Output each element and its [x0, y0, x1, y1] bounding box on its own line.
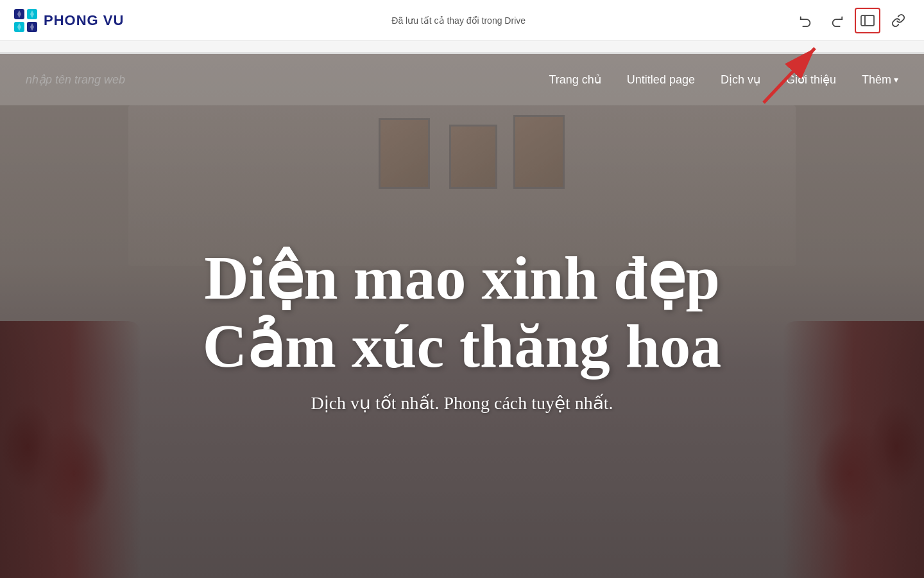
hero-content: Diện mao xinh đẹp Cảm xúc thăng hoa Dịch…	[0, 54, 924, 578]
hero-title-line1: Diện mao xinh đẹp	[203, 244, 721, 312]
ruler-marks: // inline ruler ticks via SVG	[0, 41, 924, 54]
toolbar-right	[793, 8, 911, 33]
logo[interactable]: PHONG VU	[13, 8, 124, 33]
svg-rect-9	[865, 15, 874, 26]
preview-toggle-button[interactable]	[855, 8, 880, 33]
undo-icon	[799, 13, 813, 28]
page-area: nhập tên trang web Trang chủ Untitled pa…	[0, 54, 924, 578]
website-preview: nhập tên trang web Trang chủ Untitled pa…	[0, 54, 924, 578]
hero-title: Diện mao xinh đẹp Cảm xúc thăng hoa	[203, 244, 721, 380]
logo-text: PHONG VU	[44, 12, 124, 29]
preview-icon	[860, 13, 875, 28]
link-icon	[891, 13, 905, 28]
save-status: Đã lưu tất cả thay đổi trong Drive	[391, 15, 526, 26]
undo-button[interactable]	[793, 8, 819, 33]
logo-icon	[13, 8, 38, 33]
redo-icon	[830, 13, 844, 28]
ruler: // inline ruler ticks via SVG	[0, 41, 924, 54]
toolbar-left: PHONG VU	[13, 8, 124, 33]
toolbar: PHONG VU Đã lưu tất cả thay đổi trong Dr…	[0, 0, 924, 41]
hero-title-line2: Cảm xúc thăng hoa	[203, 312, 721, 380]
hero-subtitle: Dịch vụ tốt nhất. Phong cách tuyệt nhất.	[311, 392, 613, 414]
link-button[interactable]	[886, 8, 911, 33]
redo-button[interactable]	[824, 8, 850, 33]
